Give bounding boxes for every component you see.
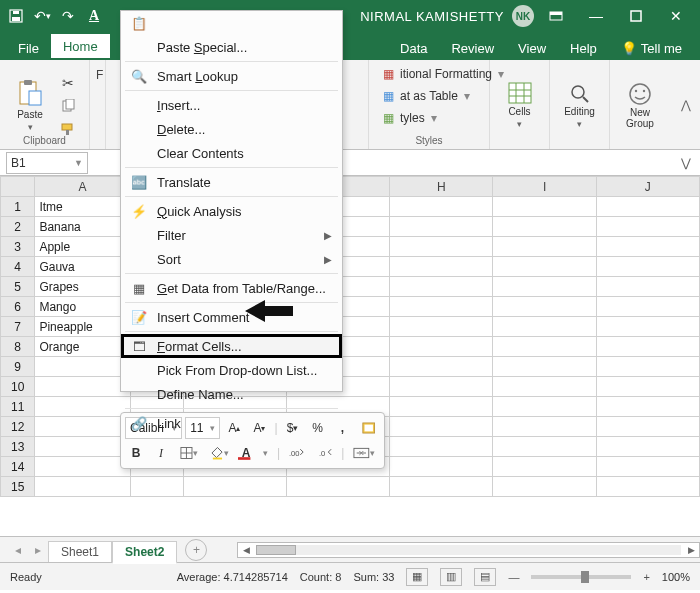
paste-button[interactable]: Paste ▾ [6,76,54,136]
cell[interactable] [390,437,493,457]
cell[interactable] [493,377,596,397]
cell[interactable] [35,377,130,397]
cells-button[interactable]: Cells ▾ [496,76,543,136]
cell[interactable] [183,477,286,497]
cell[interactable] [493,337,596,357]
zoom-out-icon[interactable]: — [508,571,519,583]
cell[interactable] [286,477,389,497]
cell[interactable] [493,357,596,377]
row-header[interactable]: 5 [1,277,35,297]
horizontal-scrollbar[interactable]: ◀ ▶ [237,542,700,558]
redo-icon[interactable]: ↷ [58,6,78,26]
cell[interactable] [493,217,596,237]
context-pick-from-list[interactable]: Pick From Drop-down List... [121,358,342,382]
context-link[interactable]: 🔗Link [121,411,342,435]
cell[interactable] [493,297,596,317]
cell[interactable] [493,317,596,337]
name-box[interactable]: B1 ▼ [6,152,88,174]
tab-home[interactable]: Home [51,34,110,60]
tab-help[interactable]: Help [558,36,609,60]
new-group-button[interactable]: New Group [616,76,664,136]
decrease-decimal-icon[interactable]: .0 [312,442,337,464]
row-header[interactable]: 8 [1,337,35,357]
maximize-icon[interactable] [618,3,654,29]
cell[interactable] [35,437,130,457]
row-header[interactable]: 15 [1,477,35,497]
scrollbar-thumb[interactable] [256,545,296,555]
collapse-ribbon-icon[interactable]: ⋀ [672,60,700,149]
context-translate[interactable]: 🔤Translate [121,170,342,194]
row-header[interactable]: 4 [1,257,35,277]
cell[interactable] [390,457,493,477]
zoom-slider-handle[interactable] [581,571,589,583]
context-insert-comment[interactable]: 📝Insert Comment [121,305,342,329]
cell[interactable] [35,357,130,377]
minimize-icon[interactable]: — [578,3,614,29]
editing-button[interactable]: Editing ▾ [556,76,603,136]
cell[interactable] [493,437,596,457]
font-color-icon[interactable]: A▾ [237,442,273,464]
cell[interactable] [596,457,699,477]
context-format-cells[interactable]: 🗔Format Cells... [121,334,342,358]
row-header[interactable]: 12 [1,417,35,437]
cell[interactable] [596,237,699,257]
font-glyph-icon[interactable]: A [84,6,104,26]
column-header[interactable]: A [35,177,130,197]
cell[interactable] [130,477,183,497]
sheet-nav-next-icon[interactable]: ▸ [28,543,48,557]
cell[interactable] [390,357,493,377]
cell[interactable]: Apple [35,237,130,257]
borders-icon[interactable]: ▾ [175,442,203,464]
cell[interactable]: Mango [35,297,130,317]
cell[interactable] [390,217,493,237]
cell[interactable] [390,397,493,417]
cell[interactable] [493,457,596,477]
context-filter[interactable]: Filter▶ [121,223,342,247]
worksheet-grid[interactable]: ABFGHIJ1ItmeQua2Banana3Apple4Gauva5Grape… [0,176,700,536]
tab-tellme[interactable]: 💡Tell me [609,36,694,60]
cell[interactable] [596,377,699,397]
column-header[interactable]: I [493,177,596,197]
italic-button[interactable]: I [150,442,172,464]
column-header[interactable]: J [596,177,699,197]
bold-button[interactable]: B [125,442,147,464]
cell[interactable] [493,277,596,297]
row-header[interactable]: 6 [1,297,35,317]
cell[interactable] [596,397,699,417]
cell[interactable] [596,257,699,277]
row-header[interactable]: 10 [1,377,35,397]
ribbon-options-icon[interactable] [538,3,574,29]
conditional-formatting[interactable]: ▦itional Formatting ▾ [375,64,483,84]
user-avatar[interactable]: NK [512,5,534,27]
cut-icon[interactable]: ✂ [58,73,78,93]
context-smart-lookup[interactable]: 🔍Smart Lookup [121,64,342,88]
cell[interactable] [390,377,493,397]
view-normal-icon[interactable]: ▦ [406,568,428,586]
row-header[interactable]: 3 [1,237,35,257]
view-page-break-icon[interactable]: ▤ [474,568,496,586]
cell[interactable] [596,417,699,437]
cell[interactable] [35,417,130,437]
row-header[interactable]: 11 [1,397,35,417]
undo-icon[interactable]: ↶▾ [32,6,52,26]
cell[interactable] [390,337,493,357]
increase-decimal-icon[interactable]: .00 [284,442,309,464]
cell[interactable] [35,457,130,477]
merge-center-icon[interactable]: ▾ [348,442,380,464]
context-clear-contents[interactable]: Clear Contents [121,141,342,165]
zoom-in-icon[interactable]: + [643,571,649,583]
select-all-corner[interactable] [1,177,35,197]
scrollbar-track[interactable] [256,545,681,555]
context-paste-special[interactable]: Paste Special... [121,35,342,59]
row-header[interactable]: 7 [1,317,35,337]
tab-view[interactable]: View [506,36,558,60]
cell[interactable] [596,217,699,237]
cell[interactable]: Gauva [35,257,130,277]
cell[interactable] [493,257,596,277]
cell[interactable] [390,237,493,257]
cell[interactable] [596,437,699,457]
column-header[interactable]: H [390,177,493,197]
cell[interactable] [390,197,493,217]
cell[interactable] [493,477,596,497]
cell[interactable] [596,317,699,337]
